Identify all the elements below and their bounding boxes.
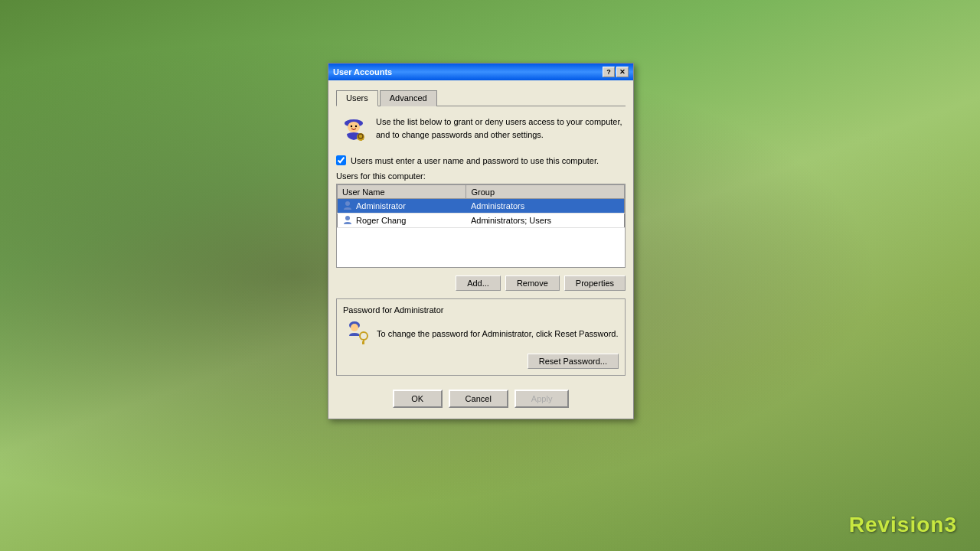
help-button[interactable]: ?: [603, 67, 615, 77]
dialog-title: User Accounts: [333, 67, 603, 77]
group-cell: Administrators; Users: [466, 214, 625, 228]
group-cell: Administrators: [466, 199, 625, 214]
title-bar-controls: ? ✕: [603, 67, 629, 77]
add-button[interactable]: Add...: [456, 276, 501, 291]
apply-button[interactable]: Apply: [514, 390, 570, 408]
users-section-label: Users for this computer:: [336, 171, 626, 181]
svg-point-3: [355, 126, 357, 127]
user-icon: [342, 201, 353, 211]
password-description: To change the password for Administrator…: [377, 328, 619, 340]
user-accounts-icon: [339, 116, 368, 145]
users-table-container: User Name Group: [336, 184, 626, 268]
remove-button[interactable]: Remove: [505, 276, 560, 291]
tab-users[interactable]: Users: [336, 90, 378, 106]
cancel-button[interactable]: Cancel: [449, 390, 508, 408]
user-action-buttons: Add... Remove Properties: [336, 276, 626, 291]
col-group[interactable]: Group: [466, 185, 625, 199]
bottom-buttons: OK Cancel Apply: [336, 385, 626, 411]
password-inner: To change the password for Administrator…: [343, 319, 619, 349]
user-cell: Roger Chang: [342, 215, 462, 226]
password-icon: [343, 319, 371, 349]
tab-advanced[interactable]: Advanced: [380, 90, 437, 106]
users-table-scroll: User Name Group: [337, 184, 625, 267]
ok-button[interactable]: OK: [393, 390, 443, 408]
username-cell: Administrator: [356, 201, 406, 210]
dialog-content: Users Advanced: [328, 80, 633, 419]
password-section: Password for Administrator T: [336, 298, 626, 376]
user-icon: [342, 215, 353, 226]
watermark: Revision3: [849, 513, 957, 537]
users-table: User Name Group: [337, 184, 625, 228]
password-btn-container: Reset Password...: [343, 354, 619, 369]
info-section: Use the list below to grant or deny user…: [336, 112, 626, 148]
username-cell: Roger Chang: [356, 216, 406, 225]
info-description: Use the list below to grant or deny user…: [376, 116, 622, 141]
svg-point-12: [351, 324, 358, 331]
checkbox-label: Users must enter a user name and passwor…: [351, 156, 599, 165]
table-row[interactable]: Administrator Administrators: [338, 199, 625, 214]
svg-point-2: [351, 126, 352, 127]
svg-rect-6: [360, 139, 361, 141]
title-bar[interactable]: User Accounts ? ✕: [328, 64, 633, 80]
svg-point-9: [345, 201, 350, 206]
reset-password-button[interactable]: Reset Password...: [528, 354, 619, 369]
table-row[interactable]: Roger Chang Administrators; Users: [338, 214, 625, 228]
svg-point-10: [345, 216, 350, 220]
checkbox-row: Users must enter a user name and passwor…: [336, 155, 626, 165]
svg-point-1: [348, 122, 360, 132]
col-username[interactable]: User Name: [338, 185, 466, 199]
properties-button[interactable]: Properties: [564, 276, 626, 291]
dialog-window: User Accounts ? ✕ Users Advanced: [328, 63, 634, 419]
user-cell: Administrator: [342, 201, 462, 211]
password-section-title: Password for Administrator: [343, 305, 619, 315]
users-must-login-checkbox[interactable]: [336, 155, 346, 165]
close-button[interactable]: ✕: [616, 67, 629, 77]
svg-point-13: [360, 332, 368, 340]
tab-bar: Users Advanced: [336, 86, 626, 106]
svg-rect-7: [361, 139, 362, 141]
